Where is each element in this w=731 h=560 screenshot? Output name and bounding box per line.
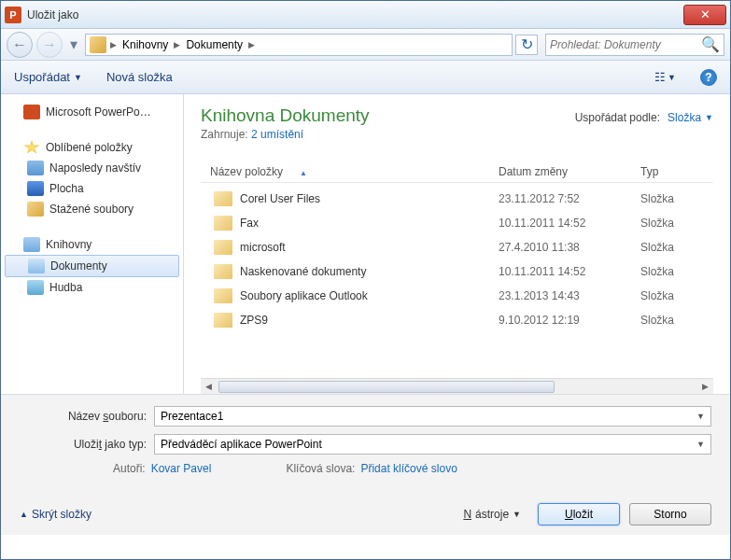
crumb-libraries[interactable]: Knihovny [119, 38, 172, 51]
search-input[interactable] [550, 38, 701, 51]
scroll-thumb[interactable] [218, 381, 555, 393]
close-icon: ✕ [700, 7, 710, 21]
chevron-down-icon: ▼ [668, 73, 676, 82]
sidebar-item-documents[interactable]: Dokumenty [5, 255, 179, 277]
scroll-right-button[interactable]: ▶ [697, 380, 713, 394]
sidebar-item-music[interactable]: Hudba [1, 277, 183, 298]
file-name: Naskenované dokumenty [240, 265, 499, 278]
file-type: Složka [640, 192, 713, 205]
sidebar-label: Naposledy navštív [49, 161, 141, 175]
refresh-icon: ↻ [521, 35, 533, 53]
includes-label: Zahrnuje: [201, 128, 248, 141]
footer: Název souboru: Prezentace1▼ Uložit jako … [1, 395, 730, 535]
crumb-sep-2[interactable]: ▶ [248, 40, 255, 49]
file-name: Corel User Files [240, 192, 499, 205]
savetype-value: Předváděcí aplikace PowerPoint [161, 438, 696, 451]
arrow-left-icon: ← [12, 36, 27, 53]
sidebar-item-desktop[interactable]: Plocha [1, 178, 183, 199]
crumb-root-sep[interactable]: ▶ [110, 40, 117, 49]
keywords-value[interactable]: Přidat klíčové slovo [360, 462, 457, 475]
sidebar-item-recent[interactable]: Naposledy navštív [1, 158, 183, 178]
scroll-track[interactable] [217, 380, 697, 394]
file-date: 23.1.2013 14:43 [499, 289, 640, 302]
savetype-dropdown[interactable]: Předváděcí aplikace PowerPoint▼ [154, 434, 711, 455]
keywords-label: Klíčová slova: [286, 462, 355, 475]
file-row[interactable]: microsoft27.4.2010 11:38Složka [201, 235, 713, 259]
file-date: 9.10.2012 12:19 [499, 314, 640, 327]
recent-icon [27, 161, 44, 175]
file-row[interactable]: Fax10.11.2011 14:52Složka [201, 211, 713, 235]
folder-icon [90, 36, 106, 53]
hide-folders-label: Skrýt složky [32, 508, 91, 521]
authors-label: Autoři: [113, 462, 146, 475]
cancel-button[interactable]: Storno [629, 503, 711, 525]
file-date: 23.11.2012 7:52 [499, 192, 640, 205]
new-folder-button[interactable]: Nová složka [106, 70, 173, 84]
file-list: Corel User Files23.11.2012 7:52Složka Fa… [201, 187, 713, 378]
column-headers: Název položky▲ Datum změny Typ [201, 161, 713, 183]
file-name: Soubory aplikace Outlook [240, 289, 499, 302]
organize-label: Uspořádat [14, 70, 70, 84]
crumb-documents[interactable]: Dokumenty [182, 38, 246, 51]
search-box[interactable]: 🔍 [545, 34, 724, 56]
file-date: 10.11.2011 14:52 [499, 265, 640, 278]
toolbar: Uspořádat ▼ Nová složka ☷ ▼ ? [1, 61, 730, 94]
history-dropdown[interactable]: ▾ [66, 34, 81, 56]
organize-menu[interactable]: Uspořádat ▼ [14, 70, 82, 84]
crumb-sep-1[interactable]: ▶ [174, 40, 180, 49]
sort-dropdown[interactable]: Složka ▼ [668, 111, 713, 124]
sort-asc-icon: ▲ [300, 169, 307, 177]
scroll-left-button[interactable]: ◀ [201, 380, 217, 394]
filename-input[interactable]: Prezentace1▼ [154, 406, 711, 427]
music-icon [27, 280, 44, 295]
documents-icon [28, 259, 45, 273]
chevron-down-icon: ▼ [705, 113, 713, 122]
file-type: Složka [640, 217, 713, 230]
back-button[interactable]: ← [7, 32, 33, 58]
help-button[interactable]: ? [700, 69, 717, 86]
hide-folders-button[interactable]: ▲Skrýt složky [20, 508, 91, 521]
file-name: ZPS9 [240, 314, 499, 327]
file-row[interactable]: Naskenované dokumenty10.11.2011 14:52Slo… [201, 259, 713, 284]
sidebar-item-powerpoint[interactable]: Microsoft PowerPo… [1, 102, 183, 122]
help-icon: ? [705, 71, 711, 84]
file-row[interactable]: ZPS99.10.2012 12:19Složka [201, 308, 713, 332]
horizontal-scrollbar[interactable]: ◀ ▶ [201, 378, 713, 394]
search-icon[interactable]: 🔍 [701, 35, 720, 53]
sidebar: Microsoft PowerPo… Oblíbené položky Napo… [1, 94, 184, 394]
forward-button[interactable]: → [36, 32, 63, 58]
col-header-date[interactable]: Datum změny [499, 165, 640, 178]
sidebar-label: Dokumenty [50, 259, 107, 273]
filename-value: Prezentace1 [161, 410, 696, 423]
save-as-dialog: P Uložit jako ✕ ← → ▾ ▶ Knihovny ▶ Dokum… [0, 0, 731, 560]
downloads-icon [27, 202, 44, 217]
col-header-name[interactable]: Název položky▲ [201, 165, 499, 178]
folder-icon [214, 288, 232, 303]
folder-icon [214, 216, 232, 231]
file-date: 10.11.2011 14:52 [499, 217, 640, 230]
tools-menu[interactable]: Nástroje ▼ [456, 504, 528, 525]
file-type: Složka [640, 314, 713, 327]
refresh-button[interactable]: ↻ [515, 35, 538, 55]
file-row[interactable]: Soubory aplikace Outlook23.1.2013 14:43S… [201, 284, 713, 308]
star-icon [23, 140, 40, 155]
libraries-icon [23, 237, 40, 252]
titlebar: P Uložit jako ✕ [1, 1, 730, 29]
file-row[interactable]: Corel User Files23.11.2012 7:52Složka [201, 187, 713, 211]
sidebar-label: Microsoft PowerPo… [46, 105, 151, 119]
library-subtitle: Zahrnuje: 2 umístění [201, 128, 713, 141]
file-name: Fax [240, 217, 499, 230]
address-bar[interactable]: ▶ Knihovny ▶ Dokumenty ▶ [85, 34, 513, 56]
sidebar-item-favorites[interactable]: Oblíbené položky [1, 137, 183, 158]
sidebar-item-libraries[interactable]: Knihovny [1, 234, 183, 255]
view-options-button[interactable]: ☷ ▼ [654, 70, 676, 84]
authors-value[interactable]: Kovar Pavel [151, 462, 212, 475]
sidebar-item-downloads[interactable]: Stažené soubory [1, 199, 183, 219]
folder-icon [214, 240, 232, 255]
col-header-type[interactable]: Typ [640, 165, 713, 178]
file-date: 27.4.2010 11:38 [499, 241, 640, 254]
close-button[interactable]: ✕ [683, 5, 726, 25]
save-button[interactable]: Uložit [538, 503, 620, 525]
sidebar-label: Plocha [49, 182, 84, 195]
includes-link[interactable]: 2 umístění [251, 128, 303, 141]
